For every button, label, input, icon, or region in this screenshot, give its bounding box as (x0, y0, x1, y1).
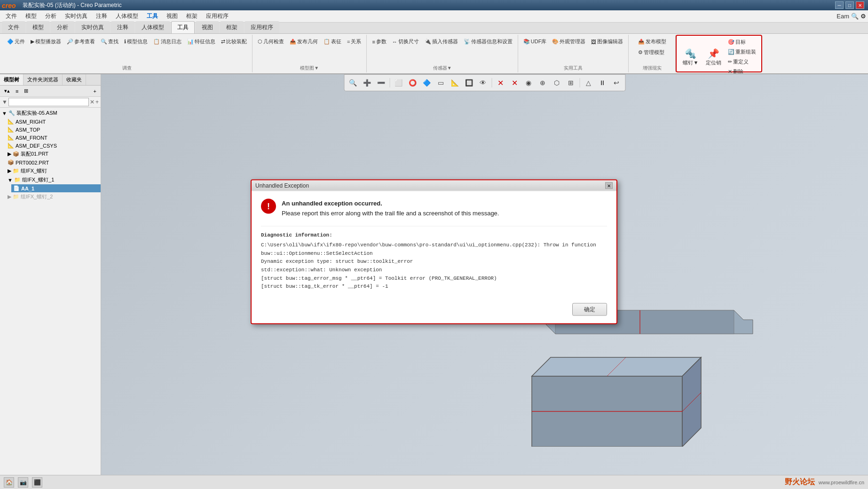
tab-framework[interactable]: 框架 (220, 21, 244, 33)
btn-locating-pin[interactable]: 📌 定位销 (702, 47, 725, 68)
tab-model[interactable]: 模型 (26, 21, 50, 33)
btn-feature-info[interactable]: 📊 特征信息 (185, 37, 218, 47)
btn-udf[interactable]: 📚 UDF库 (521, 37, 549, 47)
btn-perspective[interactable]: 👁 (476, 76, 489, 89)
btn-model-info[interactable]: ℹ 模型信息 (122, 37, 150, 47)
menu-applications[interactable]: 应用程序 (202, 11, 232, 22)
panel-menu-btn[interactable]: ≡ (13, 87, 21, 95)
btn-zoom-in[interactable]: ➕ (360, 76, 373, 89)
btn-manage-model[interactable]: ⚙ 管理模型 (636, 47, 667, 57)
btn-redefine[interactable]: ✏ 重定义 (726, 57, 758, 66)
btn-appearance-mgr[interactable]: 🎨 外观管理器 (550, 37, 588, 47)
btn-table[interactable]: 📋 表征 (321, 37, 344, 47)
btn-find[interactable]: 🔍 查找 (98, 37, 121, 47)
tree-arrow-ifx-bolt-1: ▼ (8, 177, 13, 183)
btn-zoom-out[interactable]: ➖ (374, 76, 387, 89)
tree-item-ifx-bolt[interactable]: ▶ 📁 组IFX_螺钉 (6, 166, 101, 175)
btn-rotate[interactable]: ⭕ (406, 76, 419, 89)
btn-datum-planes[interactable]: ◉ (522, 76, 535, 89)
btn-pause[interactable]: ⏸ (596, 76, 609, 89)
btn-zoom-fit[interactable]: 🔍 (346, 76, 359, 89)
status-btn-home[interactable]: 🏠 (4, 477, 14, 488)
delete-icon: ✕ (728, 69, 732, 73)
status-btn-square[interactable]: ⬛ (32, 477, 42, 488)
tree-item-prt0002[interactable]: 📦 PRT0002.PRT (6, 158, 101, 166)
btn-hidden[interactable]: 📐 (448, 76, 461, 89)
minimize-button[interactable]: ─ (835, 1, 844, 9)
btn-sensor-info[interactable]: 📡 传感器信息和设置 (461, 37, 515, 47)
tree-item-ifx-bolt-2[interactable]: ▶ 📁 组IFX_螺钉_2 (6, 192, 101, 201)
btn-compare[interactable]: ⇄ 比较装配 (219, 37, 249, 47)
settings-icon[interactable]: ⚙ (860, 13, 866, 20)
btn-csys[interactable]: ⊞ (564, 76, 577, 89)
menu-file[interactable]: 文件 (2, 11, 21, 22)
btn-shade[interactable]: 🔷 (420, 76, 433, 89)
btn-undo[interactable]: ↩ (610, 76, 623, 89)
btn-insert-sensor[interactable]: 🔌 插入传感器 (422, 37, 460, 47)
panel-tab-model-tree[interactable]: 模型树 (0, 74, 24, 85)
tree-item-asm-def-csys[interactable]: 📐 ASM_DEF_CSYS (6, 142, 101, 150)
tab-file[interactable]: 文件 (2, 21, 25, 33)
menu-view[interactable]: 视图 (163, 11, 181, 22)
btn-model-player[interactable]: ▶ 模型播放器 (28, 37, 63, 47)
btn-publish-model[interactable]: 📤 发布模型 (636, 37, 669, 47)
btn-switch-dim[interactable]: ↔ 切换尺寸 (390, 37, 421, 47)
tree-item-asm-front[interactable]: 📐 ASM_FRONT (6, 134, 101, 142)
close-button[interactable]: ✕ (856, 1, 864, 9)
tree-item-root[interactable]: ▼ 🔧 装配实验-05.ASM (0, 109, 101, 118)
btn-screw[interactable]: 🔩 螺钉▼ (679, 47, 702, 68)
btn-publish-geo[interactable]: 📤 发布几何 (287, 37, 320, 47)
btn-wireframe[interactable]: ▭ (434, 76, 447, 89)
btn-reassemble[interactable]: 🔄 重新组装 (726, 47, 758, 56)
search-icon[interactable]: 🔍 (851, 13, 859, 20)
panel-expand-btn[interactable]: ⊞ (22, 87, 31, 95)
menu-simulation[interactable]: 实时仿真 (61, 11, 91, 22)
tab-analysis[interactable]: 分析 (51, 21, 74, 33)
tab-human[interactable]: 人体模型 (135, 21, 170, 33)
panel-tab-folder[interactable]: 文件夹浏览器 (24, 74, 63, 85)
btn-no-hidden[interactable]: 🔲 (462, 76, 475, 89)
menu-human[interactable]: 人体模型 (112, 11, 142, 22)
tree-item-aa1[interactable]: 📄 AA_1 (11, 184, 101, 192)
btn-component[interactable]: 🔷 元件 (5, 37, 27, 47)
btn-datum-pts[interactable]: ⬡ (550, 76, 563, 89)
btn-delete[interactable]: ✕ 删除 (726, 67, 758, 73)
tab-annotation[interactable]: 注释 (111, 21, 134, 33)
tree-item-assembly01[interactable]: ▶ 📦 装配01.PRT (6, 150, 101, 158)
reassemble-label: 重新组装 (735, 48, 756, 55)
tab-applications[interactable]: 应用程序 (245, 21, 279, 33)
panel-sort-btn[interactable]: ▾▴ (2, 87, 12, 95)
panel-add-btn[interactable]: + (91, 87, 99, 95)
btn-img-editor[interactable]: 🖼 图像编辑器 (589, 37, 625, 47)
menu-model[interactable]: 模型 (22, 11, 40, 22)
tree-item-asm-right[interactable]: 📐 ASM_RIGHT (6, 118, 101, 126)
btn-cross-x1[interactable]: ✕ (494, 76, 507, 89)
ok-button[interactable]: 确定 (572, 303, 607, 315)
btn-params[interactable]: ≡ 参数 (370, 37, 388, 47)
btn-cross-x2[interactable]: ✕ (508, 76, 521, 89)
status-btn-camera[interactable]: 📷 (18, 477, 28, 488)
tree-item-asm-top[interactable]: 📐 ASM_TOP (6, 126, 101, 134)
btn-triangle1[interactable]: △ (582, 76, 595, 89)
tab-simulation[interactable]: 实时仿真 (75, 21, 110, 33)
tab-tools[interactable]: 工具 (171, 21, 195, 33)
menu-analysis[interactable]: 分析 (41, 11, 60, 22)
btn-relation[interactable]: = 关系 (345, 37, 363, 47)
btn-ref-view[interactable]: 🔎 参考查看 (64, 37, 97, 47)
search-add-icon[interactable]: + (95, 99, 99, 105)
panel-tab-favorites[interactable]: 收藏夹 (63, 74, 86, 85)
btn-datum-axes[interactable]: ⊕ (536, 76, 549, 89)
tree-search-input[interactable] (8, 98, 89, 106)
btn-geo-check[interactable]: ⬡ 几何检查 (255, 37, 286, 47)
btn-msg-log[interactable]: 📋 消息日志 (151, 37, 184, 47)
menu-framework[interactable]: 框架 (182, 11, 201, 22)
btn-select[interactable]: ⬜ (392, 76, 405, 89)
tab-view[interactable]: 视图 (196, 21, 219, 33)
tree-item-ifx-bolt-1[interactable]: ▼ 📁 组IFX_螺钉_1 (6, 175, 101, 184)
dialog-close-button[interactable]: ✕ (605, 182, 613, 189)
search-clear-icon[interactable]: ✕ (90, 99, 95, 105)
btn-target[interactable]: 🎯 目标 (726, 38, 758, 47)
menu-tools[interactable]: 工具 (143, 11, 162, 22)
menu-annotation[interactable]: 注释 (92, 11, 111, 22)
maximize-button[interactable]: □ (845, 1, 854, 9)
